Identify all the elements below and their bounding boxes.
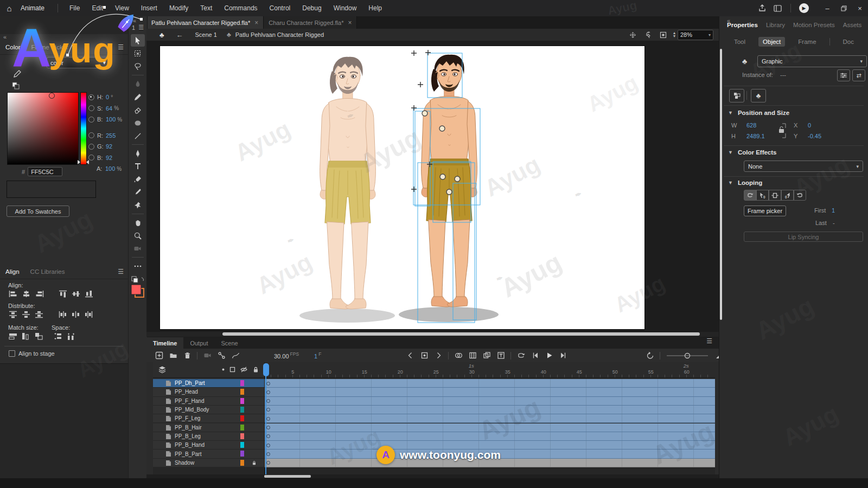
lip-syncing-button[interactable]: Lip Syncing: [744, 232, 863, 242]
layer-row-pp-head[interactable]: PP_Head: [153, 388, 715, 396]
subtab-tool[interactable]: Tool: [730, 37, 750, 47]
dist-top-icon[interactable]: [8, 310, 18, 318]
subtab-doc[interactable]: Doc: [839, 37, 858, 47]
field-value[interactable]: 100: [105, 165, 115, 172]
layer-color-chip[interactable]: [240, 389, 244, 395]
saturation-brightness-picker[interactable]: [7, 92, 79, 165]
add-to-swatches-button[interactable]: Add To Swatches: [7, 206, 69, 217]
minimize-button[interactable]: –: [819, 0, 835, 16]
section-position-size[interactable]: ▼ Position and Size: [728, 110, 789, 116]
reverse-once-button[interactable]: 0: [781, 190, 794, 201]
show-parenting-button[interactable]: [217, 351, 226, 360]
keyframe-marker[interactable]: [266, 434, 270, 438]
tab-align[interactable]: Align: [0, 268, 25, 275]
close-icon[interactable]: ×: [254, 19, 258, 27]
keyframe-marker[interactable]: [266, 452, 270, 456]
hand-tool[interactable]: [131, 216, 145, 229]
more-tools[interactable]: [131, 260, 145, 272]
properties-scrollbar-thumb[interactable]: [720, 49, 722, 320]
playhead-line[interactable]: [265, 364, 266, 474]
tab-motion-presets[interactable]: Motion Presets: [793, 22, 835, 28]
layer-color-chip[interactable]: [240, 380, 244, 386]
dist-left-icon[interactable]: [58, 310, 68, 318]
filter-instance-icon[interactable]: [837, 69, 850, 81]
selection-tool[interactable]: [131, 34, 145, 47]
layer-color-chip[interactable]: [240, 460, 244, 466]
eraser-tool[interactable]: [131, 104, 145, 116]
outline-column-icon[interactable]: [228, 365, 237, 374]
align-hcenter-icon[interactable]: [21, 290, 31, 298]
keyframe-marker[interactable]: [266, 382, 270, 386]
line-tool[interactable]: [131, 130, 145, 142]
dist-right-icon[interactable]: [84, 310, 94, 318]
document-tab[interactable]: Charu Character Rigged.fla*×: [264, 16, 357, 29]
menu-window[interactable]: Window: [328, 0, 363, 16]
symbol-options-icon[interactable]: ♣: [751, 89, 766, 102]
current-color-swatch[interactable]: [7, 181, 96, 198]
keyframe-marker[interactable]: [266, 390, 270, 394]
keyframe-marker[interactable]: [266, 399, 270, 403]
layer-row-shadow[interactable]: Shadow: [153, 459, 715, 467]
field-value[interactable]: 64: [106, 105, 112, 112]
tab-output[interactable]: Output: [183, 337, 214, 349]
chevron-down-icon[interactable]: ▼: [728, 110, 733, 115]
layer-row-pp-b-hair[interactable]: PP_B_Hair: [153, 423, 715, 432]
menu-debug[interactable]: Debug: [296, 0, 327, 16]
playhead[interactable]: [263, 363, 269, 376]
camera-tool[interactable]: [131, 242, 145, 255]
layer-frames[interactable]: [264, 406, 715, 414]
layer-color-chip[interactable]: [240, 451, 244, 457]
space-vertical-icon[interactable]: [53, 332, 63, 340]
keyframe-marker[interactable]: [266, 444, 270, 447]
lock-column-icon[interactable]: [252, 365, 260, 374]
chevron-down-icon[interactable]: ▼: [728, 180, 733, 185]
symbol-type-dropdown[interactable]: Graphic ▾: [757, 55, 867, 67]
pen-tool[interactable]: [131, 147, 145, 159]
close-button[interactable]: ×: [852, 0, 868, 16]
zoom-tool[interactable]: [131, 229, 145, 242]
symbol-icon[interactable]: ♣: [159, 31, 164, 39]
play-once-button[interactable]: 0: [756, 190, 769, 201]
menu-view[interactable]: View: [109, 0, 135, 16]
tab-frame-picker[interactable]: Frame Picker: [25, 44, 73, 50]
loop-button[interactable]: [744, 190, 756, 201]
prev-keyframe-button[interactable]: [406, 351, 414, 360]
layer-color-chip[interactable]: [240, 433, 244, 439]
asset-warp-tool[interactable]: [131, 199, 145, 211]
fluid-brush-tool[interactable]: [131, 78, 145, 90]
delete-layer-button[interactable]: [183, 351, 192, 360]
layer-label[interactable]: PP_B_Part: [153, 450, 264, 458]
timeline-hscrollbar[interactable]: [146, 474, 719, 478]
text-tool[interactable]: [131, 160, 145, 172]
insert-frame-button[interactable]: [496, 351, 505, 360]
single-frame-button[interactable]: [769, 190, 781, 201]
fps-value[interactable]: 30.00: [274, 353, 289, 359]
fill-color-icon[interactable]: [13, 57, 22, 65]
timeline-zoom-slider[interactable]: [666, 352, 709, 359]
layer-frames[interactable]: [264, 441, 715, 450]
y-value[interactable]: -0.45: [808, 133, 821, 139]
layers-stack-icon[interactable]: [158, 365, 167, 374]
layer-label[interactable]: PP_F_Leg: [153, 414, 264, 423]
new-layer-button[interactable]: [155, 351, 163, 360]
layer-row-pp-mid-body[interactable]: PP_Mid_Body: [153, 406, 715, 414]
layer-row-pp-b-leg[interactable]: PP_B_Leg: [153, 432, 715, 441]
space-horizontal-icon[interactable]: [66, 332, 76, 340]
layer-label[interactable]: PP_Dh_Part: [153, 379, 264, 388]
height-value[interactable]: 2489.1: [746, 133, 765, 139]
hex-input[interactable]: FF5C5C: [28, 167, 62, 176]
swap-colors-icon[interactable]: [12, 82, 20, 89]
layer-frames[interactable]: [264, 450, 715, 458]
field-value[interactable]: 100: [106, 116, 116, 123]
menu-file[interactable]: File: [63, 0, 86, 16]
stage-hscrollbar-thumb[interactable]: [222, 332, 700, 336]
graph-editor-button[interactable]: [231, 351, 240, 360]
dist-hcenter-icon[interactable]: [71, 310, 81, 318]
back-arrow-icon[interactable]: ←: [176, 31, 183, 39]
layer-label[interactable]: PP_Mid_Body: [153, 406, 264, 414]
current-frame-value[interactable]: 1: [314, 353, 317, 359]
workspace-icon[interactable]: [770, 0, 785, 16]
restore-button[interactable]: [835, 0, 852, 16]
blend-mode-icon[interactable]: [729, 89, 744, 102]
loop-playback-button[interactable]: [516, 351, 525, 360]
